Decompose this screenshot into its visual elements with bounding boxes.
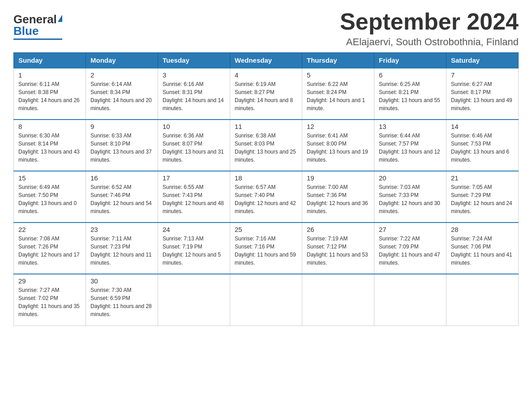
calendar-cell: 11 Sunrise: 6:38 AMSunset: 8:03 PMDaylig… — [230, 120, 302, 171]
calendar-cell — [158, 274, 230, 325]
week-row-1: 1 Sunrise: 6:11 AMSunset: 8:38 PMDayligh… — [14, 68, 519, 120]
logo-underline — [13, 39, 62, 40]
day-info: Sunrise: 6:36 AMSunset: 8:07 PMDaylight:… — [163, 132, 225, 164]
calendar-cell: 5 Sunrise: 6:22 AMSunset: 8:24 PMDayligh… — [302, 68, 374, 120]
calendar-cell: 22 Sunrise: 7:08 AMSunset: 7:26 PMDaylig… — [14, 223, 86, 274]
calendar-cell: 16 Sunrise: 6:52 AMSunset: 7:46 PMDaylig… — [86, 171, 158, 223]
month-title: September 2024 — [340, 9, 519, 34]
day-number: 20 — [379, 174, 442, 182]
day-info: Sunrise: 6:30 AMSunset: 8:14 PMDaylight:… — [18, 132, 81, 164]
day-info: Sunrise: 6:25 AMSunset: 8:21 PMDaylight:… — [379, 80, 442, 112]
logo-blue-text: Blue — [13, 25, 39, 37]
day-info: Sunrise: 7:08 AMSunset: 7:26 PMDaylight:… — [18, 235, 81, 267]
calendar-table: SundayMondayTuesdayWednesdayThursdayFrid… — [13, 52, 519, 326]
weekday-header-sunday: Sunday — [14, 53, 86, 68]
day-info: Sunrise: 6:22 AMSunset: 8:24 PMDaylight:… — [307, 80, 369, 112]
calendar-cell: 10 Sunrise: 6:36 AMSunset: 8:07 PMDaylig… — [158, 120, 230, 171]
week-row-4: 22 Sunrise: 7:08 AMSunset: 7:26 PMDaylig… — [14, 223, 519, 274]
calendar-cell: 23 Sunrise: 7:11 AMSunset: 7:23 PMDaylig… — [86, 223, 158, 274]
calendar-cell: 27 Sunrise: 7:22 AMSunset: 7:09 PMDaylig… — [374, 223, 446, 274]
weekday-header-tuesday: Tuesday — [158, 53, 230, 68]
day-info: Sunrise: 6:44 AMSunset: 7:57 PMDaylight:… — [379, 132, 442, 164]
weekday-header-saturday: Saturday — [446, 53, 519, 68]
day-number: 19 — [307, 174, 369, 182]
logo-general-text: General — [13, 13, 57, 25]
day-info: Sunrise: 6:41 AMSunset: 8:00 PMDaylight:… — [307, 132, 369, 164]
calendar-cell: 30 Sunrise: 7:30 AMSunset: 6:59 PMDaylig… — [86, 274, 158, 325]
day-number: 9 — [90, 123, 153, 130]
day-info: Sunrise: 7:13 AMSunset: 7:19 PMDaylight:… — [163, 235, 225, 267]
day-info: Sunrise: 6:33 AMSunset: 8:10 PMDaylight:… — [90, 132, 153, 164]
day-number: 26 — [307, 226, 369, 233]
weekday-header-friday: Friday — [374, 53, 446, 68]
calendar-cell: 1 Sunrise: 6:11 AMSunset: 8:38 PMDayligh… — [14, 68, 86, 120]
day-info: Sunrise: 6:14 AMSunset: 8:34 PMDaylight:… — [90, 80, 153, 112]
calendar-cell: 18 Sunrise: 6:57 AMSunset: 7:40 PMDaylig… — [230, 171, 302, 223]
calendar-cell: 19 Sunrise: 7:00 AMSunset: 7:36 PMDaylig… — [302, 171, 374, 223]
weekday-header-wednesday: Wednesday — [230, 53, 302, 68]
day-info: Sunrise: 6:55 AMSunset: 7:43 PMDaylight:… — [163, 183, 225, 215]
day-info: Sunrise: 7:03 AMSunset: 7:33 PMDaylight:… — [379, 183, 442, 215]
week-row-5: 29 Sunrise: 7:27 AMSunset: 7:02 PMDaylig… — [14, 274, 519, 325]
day-info: Sunrise: 7:30 AMSunset: 6:59 PMDaylight:… — [90, 286, 153, 318]
day-number: 21 — [451, 174, 514, 182]
calendar-cell: 21 Sunrise: 7:05 AMSunset: 7:29 PMDaylig… — [446, 171, 519, 223]
calendar-cell: 3 Sunrise: 6:16 AMSunset: 8:31 PMDayligh… — [158, 68, 230, 120]
day-number: 29 — [18, 277, 81, 285]
calendar-cell: 4 Sunrise: 6:19 AMSunset: 8:27 PMDayligh… — [230, 68, 302, 120]
day-info: Sunrise: 7:16 AMSunset: 7:16 PMDaylight:… — [235, 235, 297, 267]
week-row-3: 15 Sunrise: 6:49 AMSunset: 7:50 PMDaylig… — [14, 171, 519, 223]
day-number: 13 — [379, 123, 442, 130]
day-number: 12 — [307, 123, 369, 130]
day-info: Sunrise: 6:19 AMSunset: 8:27 PMDaylight:… — [235, 80, 297, 112]
day-number: 7 — [451, 71, 514, 79]
location-title: AElajaervi, South Ostrobothnia, Finland — [340, 36, 519, 48]
day-number: 3 — [163, 71, 225, 79]
day-number: 16 — [90, 174, 153, 182]
day-info: Sunrise: 7:27 AMSunset: 7:02 PMDaylight:… — [18, 286, 81, 318]
day-number: 18 — [235, 174, 297, 182]
calendar-cell: 13 Sunrise: 6:44 AMSunset: 7:57 PMDaylig… — [374, 120, 446, 171]
day-number: 8 — [18, 123, 81, 130]
calendar-cell: 24 Sunrise: 7:13 AMSunset: 7:19 PMDaylig… — [158, 223, 230, 274]
day-number: 24 — [163, 226, 225, 233]
calendar-cell: 9 Sunrise: 6:33 AMSunset: 8:10 PMDayligh… — [86, 120, 158, 171]
day-info: Sunrise: 6:11 AMSunset: 8:38 PMDaylight:… — [18, 80, 81, 112]
weekday-header-monday: Monday — [86, 53, 158, 68]
calendar-cell: 12 Sunrise: 6:41 AMSunset: 8:00 PMDaylig… — [302, 120, 374, 171]
day-number: 28 — [451, 226, 514, 233]
calendar-cell: 26 Sunrise: 7:19 AMSunset: 7:12 PMDaylig… — [302, 223, 374, 274]
week-row-2: 8 Sunrise: 6:30 AMSunset: 8:14 PMDayligh… — [14, 120, 519, 171]
calendar-cell: 17 Sunrise: 6:55 AMSunset: 7:43 PMDaylig… — [158, 171, 230, 223]
logo: General Blue — [13, 13, 62, 40]
calendar-cell — [374, 274, 446, 325]
day-info: Sunrise: 6:27 AMSunset: 8:17 PMDaylight:… — [451, 80, 514, 112]
title-area: September 2024 AElajaervi, South Ostrobo… — [340, 9, 519, 48]
calendar-cell: 15 Sunrise: 6:49 AMSunset: 7:50 PMDaylig… — [14, 171, 86, 223]
day-number: 2 — [90, 71, 153, 79]
day-number: 15 — [18, 174, 81, 182]
calendar-cell: 28 Sunrise: 7:24 AMSunset: 7:06 PMDaylig… — [446, 223, 519, 274]
calendar-cell — [230, 274, 302, 325]
calendar-cell: 25 Sunrise: 7:16 AMSunset: 7:16 PMDaylig… — [230, 223, 302, 274]
day-info: Sunrise: 7:00 AMSunset: 7:36 PMDaylight:… — [307, 183, 369, 215]
day-info: Sunrise: 7:05 AMSunset: 7:29 PMDaylight:… — [451, 183, 514, 215]
day-number: 27 — [379, 226, 442, 233]
day-info: Sunrise: 7:11 AMSunset: 7:23 PMDaylight:… — [90, 235, 153, 267]
day-number: 11 — [235, 123, 297, 130]
day-number: 5 — [307, 71, 369, 79]
day-info: Sunrise: 6:49 AMSunset: 7:50 PMDaylight:… — [18, 183, 81, 215]
calendar-cell: 29 Sunrise: 7:27 AMSunset: 7:02 PMDaylig… — [14, 274, 86, 325]
day-number: 14 — [451, 123, 514, 130]
day-info: Sunrise: 6:52 AMSunset: 7:46 PMDaylight:… — [90, 183, 153, 215]
calendar-cell: 8 Sunrise: 6:30 AMSunset: 8:14 PMDayligh… — [14, 120, 86, 171]
day-info: Sunrise: 6:46 AMSunset: 7:53 PMDaylight:… — [451, 132, 514, 164]
calendar-cell: 20 Sunrise: 7:03 AMSunset: 7:33 PMDaylig… — [374, 171, 446, 223]
day-info: Sunrise: 7:19 AMSunset: 7:12 PMDaylight:… — [307, 235, 369, 267]
weekday-header-row: SundayMondayTuesdayWednesdayThursdayFrid… — [14, 53, 519, 68]
day-number: 6 — [379, 71, 442, 79]
calendar-cell: 14 Sunrise: 6:46 AMSunset: 7:53 PMDaylig… — [446, 120, 519, 171]
day-number: 22 — [18, 226, 81, 233]
calendar-cell: 7 Sunrise: 6:27 AMSunset: 8:17 PMDayligh… — [446, 68, 519, 120]
day-number: 1 — [18, 71, 81, 79]
